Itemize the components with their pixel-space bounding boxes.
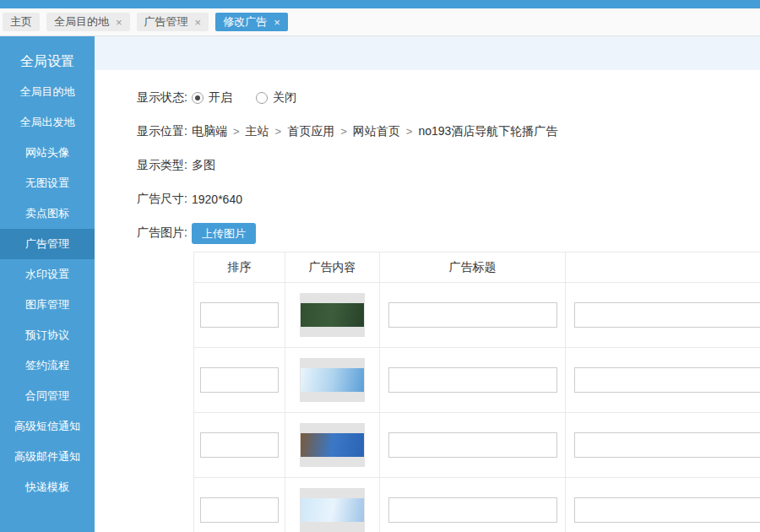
sidebar-item-advanced-email-notify[interactable]: 高级邮件通知 — [0, 442, 95, 472]
tab-label: 主页 — [10, 13, 32, 31]
close-icon[interactable]: × — [195, 17, 202, 28]
display-status-row: 显示状态: 开启 关闭 — [137, 81, 760, 115]
table-header-row: 排序 广告内容 广告标题 — [194, 252, 760, 283]
ad-size-label: 广告尺寸: — [137, 192, 192, 207]
ad-image-row: 广告图片: 上传图片 — [137, 216, 760, 250]
ad-thumbnail — [300, 358, 365, 402]
ad-banner-image — [301, 433, 364, 457]
display-status-radio-group: 开启 关闭 — [192, 90, 296, 106]
table-row — [194, 413, 760, 478]
display-position-row: 显示位置: 电脑端>主站>首页应用>网站首页>no193酒店导航下轮播广告 — [137, 115, 760, 149]
content-header-band — [95, 36, 760, 70]
ad-thumbnail — [300, 488, 365, 532]
breadcrumb-separator: > — [275, 125, 282, 138]
table-row — [194, 348, 760, 413]
ad-title-input[interactable] — [388, 497, 557, 523]
tab-label: 修改广告 — [223, 13, 267, 31]
sidebar-item-no-image-setting[interactable]: 无图设置 — [0, 168, 95, 198]
ad-banner-image — [301, 303, 364, 327]
column-header-extra — [566, 252, 760, 283]
sort-input[interactable] — [200, 432, 279, 458]
breadcrumb-separator: > — [340, 125, 347, 138]
sidebar-item-global-departure[interactable]: 全局出发地 — [0, 107, 95, 138]
ad-title-input[interactable] — [388, 302, 557, 328]
radio-icon[interactable] — [192, 92, 204, 104]
radio-icon[interactable] — [256, 92, 268, 104]
display-type-row: 显示类型: 多图 — [137, 149, 760, 182]
table-row — [194, 478, 760, 532]
ad-edit-form: 显示状态: 开启 关闭 显示位置: 电脑端>主站>首页应用>网站首页>no193… — [95, 70, 760, 250]
breadcrumb-item: no193酒店导航下轮播广告 — [418, 124, 557, 138]
tab-edit-ad[interactable]: 修改广告 × — [215, 13, 288, 31]
breadcrumb-item: 电脑端 — [192, 124, 227, 138]
display-type-label: 显示类型: — [137, 158, 192, 173]
top-accent-bar — [0, 0, 760, 8]
ad-items-table: 排序 广告内容 广告标题 — [193, 252, 760, 532]
sort-input[interactable] — [200, 302, 279, 328]
column-header-sort: 排序 — [194, 252, 285, 283]
sidebar-item-site-avatar[interactable]: 网站头像 — [0, 138, 95, 168]
ad-extra-input[interactable] — [574, 497, 760, 523]
ad-title-input[interactable] — [388, 367, 557, 393]
sort-input[interactable] — [200, 497, 279, 523]
sidebar-item-ad-management[interactable]: 广告管理 — [0, 229, 95, 259]
ad-thumbnail — [300, 293, 365, 337]
display-position-label: 显示位置: — [137, 124, 192, 139]
sidebar-item-advanced-sms-notify[interactable]: 高级短信通知 — [0, 411, 95, 442]
breadcrumb: 电脑端>主站>首页应用>网站首页>no193酒店导航下轮播广告 — [192, 124, 557, 139]
sort-input[interactable] — [200, 367, 279, 393]
table-row — [194, 283, 760, 348]
sidebar-item-gallery-management[interactable]: 图库管理 — [0, 290, 95, 320]
column-header-ad-title: 广告标题 — [380, 252, 566, 283]
display-status-label: 显示状态: — [137, 90, 192, 106]
radio-label: 关闭 — [273, 90, 296, 106]
breadcrumb-item: 首页应用 — [287, 124, 334, 138]
sidebar-header: 全局设置 — [0, 46, 95, 77]
ad-size-row: 广告尺寸: 1920*640 — [137, 182, 760, 216]
ad-size-value: 1920*640 — [192, 193, 242, 206]
sidebar-item-express-template[interactable]: 快递模板 — [0, 472, 95, 502]
ad-thumbnail — [300, 423, 365, 467]
ad-title-input[interactable] — [388, 432, 557, 458]
column-header-ad-content: 广告内容 — [285, 252, 380, 283]
breadcrumb-separator: > — [233, 125, 240, 138]
upload-image-button[interactable]: 上传图片 — [192, 223, 256, 244]
ad-extra-input[interactable] — [574, 367, 760, 393]
tab-global-destination[interactable]: 全局目的地 × — [46, 13, 130, 31]
tab-bar: 主页 全局目的地 × 广告管理 × 修改广告 × — [0, 8, 760, 36]
radio-label: 开启 — [209, 90, 232, 106]
sidebar-item-signing-process[interactable]: 签约流程 — [0, 350, 95, 381]
display-type-value: 多图 — [192, 158, 215, 173]
sidebar: 全局设置 全局目的地 全局出发地 网站头像 无图设置 卖点图标 广告管理 水印设… — [0, 36, 95, 532]
close-icon[interactable]: × — [274, 17, 280, 28]
close-icon[interactable]: × — [116, 17, 122, 28]
tab-home[interactable]: 主页 — [3, 13, 40, 31]
tab-label: 广告管理 — [144, 13, 188, 31]
sidebar-item-watermark-setting[interactable]: 水印设置 — [0, 259, 95, 290]
tab-label: 全局目的地 — [54, 13, 109, 31]
sidebar-item-contract-management[interactable]: 合同管理 — [0, 381, 95, 411]
sidebar-item-global-destination[interactable]: 全局目的地 — [0, 77, 95, 107]
radio-option-on[interactable]: 开启 — [192, 90, 232, 106]
radio-option-off[interactable]: 关闭 — [256, 90, 296, 106]
main-content: 显示状态: 开启 关闭 显示位置: 电脑端>主站>首页应用>网站首页>no193… — [95, 36, 760, 532]
ad-extra-input[interactable] — [574, 432, 760, 458]
ad-extra-input[interactable] — [574, 302, 760, 328]
breadcrumb-separator: > — [406, 125, 413, 138]
sidebar-item-booking-agreement[interactable]: 预订协议 — [0, 320, 95, 350]
tab-ad-management[interactable]: 广告管理 × — [137, 13, 209, 31]
breadcrumb-item: 主站 — [246, 124, 269, 138]
ad-banner-image — [301, 368, 364, 392]
breadcrumb-item: 网站首页 — [353, 124, 400, 138]
sidebar-item-selling-point-icons[interactable]: 卖点图标 — [0, 198, 95, 229]
ad-image-label: 广告图片: — [137, 225, 192, 241]
ad-banner-image — [301, 498, 364, 522]
admin-app: 主页 全局目的地 × 广告管理 × 修改广告 × 全局设置 全局目的地 全局出发… — [0, 0, 760, 532]
